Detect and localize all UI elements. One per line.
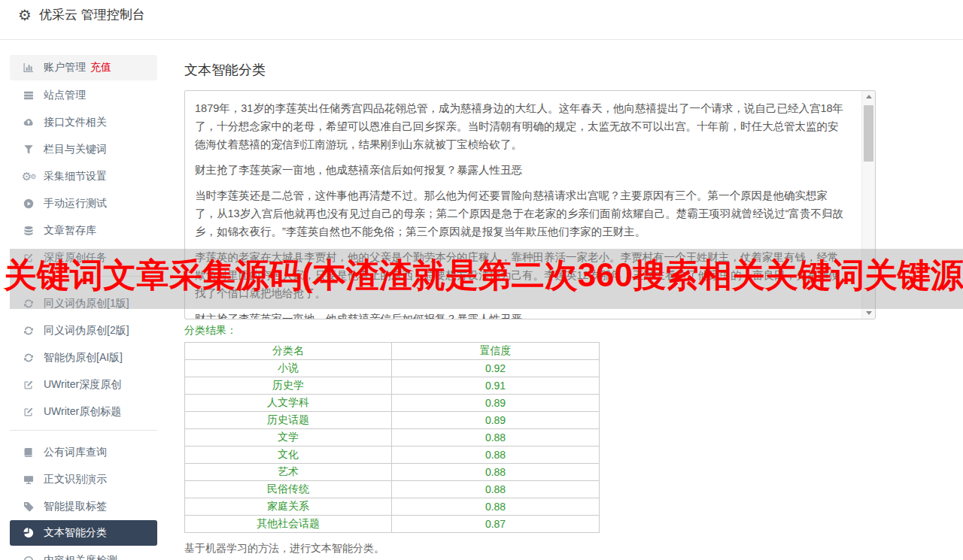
category-cell: 人文学科: [185, 395, 392, 412]
table-row: 文化0.88: [185, 446, 600, 464]
sidebar-item-label: 文本智能分类: [44, 526, 107, 540]
sidebar-item-label: 智能伪原创[AI版]: [44, 351, 123, 365]
confidence-cell: 0.88: [392, 464, 600, 481]
table-row: 民俗传统0.88: [185, 481, 600, 498]
sidebar-item-uwriter-deep-original[interactable]: UWriter深度原创: [10, 371, 157, 398]
sidebar-item-label: 智能提取标签: [44, 500, 107, 513]
footnote: 基于机器学习的方法，进行文本智能分类。: [184, 542, 384, 555]
confidence-cell: 0.92: [392, 360, 600, 377]
edit-icon: [23, 380, 34, 391]
table-row: 小说0.92: [185, 360, 600, 377]
gears-icon: ⚙⚙: [23, 171, 34, 183]
sidebar-item-label: 内容相关度检测: [44, 554, 117, 560]
table-row: 历史话题0.89: [185, 412, 600, 429]
classification-table: 分类名 置信度 小说0.92 历史学0.91 人文学科0.89 历史话题0.89…: [184, 342, 600, 533]
app-title: 优采云 管理控制台: [39, 6, 145, 23]
column-header-confidence: 置信度: [392, 343, 600, 360]
table-row: 艺术0.88: [185, 464, 600, 481]
sidebar-item-columns-keywords[interactable]: 栏目与关键词: [10, 136, 157, 163]
promo-watermark-text: 关键词文章采集源码(本渣渣就是第二次360搜索相关关键词关键源: [4, 257, 963, 293]
article-paragraph: 1879年，31岁的李莲英出任储秀宫四品花翎总管，成为慈禧身边的大红人。这年春天…: [195, 99, 845, 153]
scroll-down-arrow[interactable]: [862, 307, 875, 319]
sidebar-item-ai-rewrite[interactable]: 智能伪原创[AI版]: [10, 344, 157, 371]
table-row: 家庭关系0.88: [185, 498, 600, 516]
sidebar-item-manual-run-test[interactable]: 手动运行测试: [10, 190, 157, 217]
sidebar-item-label: 账户管理: [44, 61, 86, 74]
sidebar-item-site-management[interactable]: 站点管理: [10, 82, 157, 109]
article-paragraph: 当时李莲英还是二总管，这件事他再清楚不过。那么他为何还要冒险向慈禧请求出宫呢？主…: [195, 186, 845, 241]
refresh-icon: [23, 353, 34, 364]
gear-icon: ⚙: [18, 7, 32, 23]
server-stack-icon: [23, 90, 34, 101]
sidebar-item-label: 同义词伪原创[2版]: [44, 324, 129, 338]
sidebar-divider: [10, 430, 157, 431]
sidebar-item-label: 文章暂存库: [44, 224, 96, 238]
confidence-cell: 0.88: [392, 498, 600, 516]
category-cell: 家庭关系: [185, 498, 392, 516]
result-label: 分类结果：: [184, 324, 237, 338]
sidebar-item-content-recognition-demo[interactable]: 正文识别演示: [10, 466, 157, 493]
bar-chart-icon: [23, 62, 34, 74]
sidebar-item-label: 栏目与关键词: [44, 143, 107, 156]
confidence-cell: 0.87: [392, 516, 600, 533]
category-cell: 文化: [185, 446, 392, 464]
filter-icon: [23, 144, 34, 156]
sidebar-item-label: 接口文件相关: [44, 116, 107, 129]
sidebar-item-synonym-rewrite-v2[interactable]: 同义词伪原创[2版]: [10, 317, 157, 344]
sidebar-item-interface-files[interactable]: 接口文件相关: [10, 109, 157, 136]
category-cell: 艺术: [185, 464, 392, 481]
app-header: ⚙ 优采云 管理控制台: [0, 0, 963, 40]
category-cell: 小说: [185, 360, 392, 377]
sidebar-item-label: 正文识别演示: [44, 473, 107, 486]
pie-chart-icon: [23, 528, 34, 539]
scroll-up-arrow[interactable]: [862, 91, 875, 102]
table-row: 文学0.88: [185, 429, 600, 446]
tag-icon: [23, 501, 34, 513]
article-paragraph: 财主抢了李莲英家一亩地，他成慈禧亲信后如何报复？暴露人性丑恶: [195, 310, 845, 319]
edit-icon: [23, 407, 34, 418]
sidebar-item-article-cache[interactable]: 文章暂存库: [10, 217, 157, 244]
category-cell: 历史学: [185, 377, 392, 395]
recharge-link[interactable]: 充值: [90, 61, 111, 74]
category-cell: 民俗传统: [185, 481, 392, 498]
category-cell: 文学: [185, 429, 392, 446]
database-icon: [23, 226, 34, 237]
confidence-cell: 0.88: [392, 481, 600, 498]
table-row: 历史学0.91: [185, 377, 600, 395]
confidence-cell: 0.88: [392, 446, 600, 464]
sidebar-item-label: UWriter原创标题: [44, 405, 121, 419]
sidebar-item-collection-settings[interactable]: ⚙⚙ 采集细节设置: [10, 163, 157, 190]
category-cell: 历史话题: [185, 412, 392, 429]
page-title: 文本智能分类: [184, 61, 266, 79]
sidebar-item-label: 公有词库查询: [44, 446, 107, 459]
column-header-category: 分类名: [185, 343, 392, 360]
scrollbar-thumb[interactable]: [864, 105, 873, 162]
sidebar-item-uwriter-original-title[interactable]: UWriter原创标题: [10, 398, 157, 425]
table-row: 人文学科0.89: [185, 395, 600, 412]
sidebar-item-text-classification[interactable]: 文本智能分类: [10, 520, 157, 546]
refresh-icon: [23, 325, 34, 337]
scan-icon: [23, 555, 34, 560]
article-paragraph: 财主抢了李莲英家一亩地，他成慈禧亲信后如何报复？暴露人性丑恶: [195, 161, 845, 179]
confidence-cell: 0.89: [392, 395, 600, 412]
sidebar-item-content-relevance-check[interactable]: 内容相关度检测: [10, 547, 157, 560]
monitor-icon: [23, 474, 34, 486]
sidebar-item-public-lexicon-query[interactable]: 公有词库查询: [10, 439, 157, 466]
table-header-row: 分类名 置信度: [185, 343, 600, 360]
confidence-cell: 0.89: [392, 412, 600, 429]
sidebar-item-label: UWriter深度原创: [44, 378, 121, 392]
play-circle-icon: [23, 198, 34, 210]
table-row: 其他社会话题0.87: [185, 516, 600, 533]
confidence-cell: 0.91: [392, 377, 600, 395]
category-cell: 其他社会话题: [185, 516, 392, 533]
sidebar-item-account-management[interactable]: 账户管理 充值: [10, 55, 157, 80]
book-icon: [23, 447, 34, 459]
confidence-cell: 0.88: [392, 429, 600, 446]
cloud-upload-icon: [23, 117, 34, 129]
sidebar-item-label: 站点管理: [44, 89, 86, 102]
sidebar-item-label: 手动运行测试: [44, 197, 107, 210]
sidebar-item-smart-tag-extraction[interactable]: 智能提取标签: [10, 493, 157, 520]
sidebar-item-label: 采集细节设置: [44, 170, 107, 183]
